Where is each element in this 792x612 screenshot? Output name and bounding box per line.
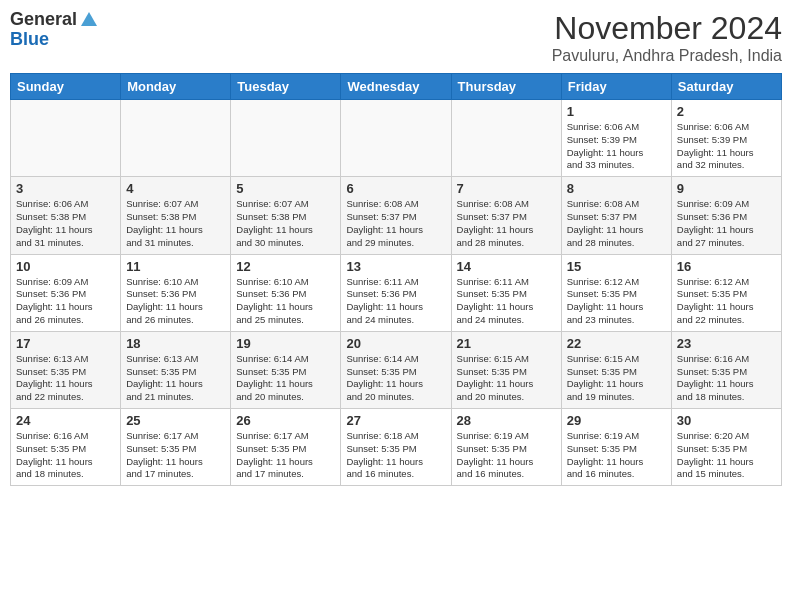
day-info: Sunrise: 6:06 AM Sunset: 5:39 PM Dayligh… <box>677 121 776 172</box>
day-number: 15 <box>567 259 666 274</box>
day-info: Sunrise: 6:13 AM Sunset: 5:35 PM Dayligh… <box>16 353 115 404</box>
calendar-cell <box>121 100 231 177</box>
day-number: 25 <box>126 413 225 428</box>
title-block: November 2024 Pavuluru, Andhra Pradesh, … <box>552 10 782 65</box>
calendar-week-row: 17Sunrise: 6:13 AM Sunset: 5:35 PM Dayli… <box>11 331 782 408</box>
calendar-title: November 2024 <box>552 10 782 47</box>
calendar-cell <box>231 100 341 177</box>
page-header: General Blue November 2024 Pavuluru, And… <box>10 10 782 65</box>
day-info: Sunrise: 6:10 AM Sunset: 5:36 PM Dayligh… <box>126 276 225 327</box>
day-number: 19 <box>236 336 335 351</box>
calendar-cell: 10Sunrise: 6:09 AM Sunset: 5:36 PM Dayli… <box>11 254 121 331</box>
day-info: Sunrise: 6:12 AM Sunset: 5:35 PM Dayligh… <box>677 276 776 327</box>
day-info: Sunrise: 6:11 AM Sunset: 5:36 PM Dayligh… <box>346 276 445 327</box>
day-number: 13 <box>346 259 445 274</box>
logo-text-general: General <box>10 10 77 30</box>
calendar-cell: 26Sunrise: 6:17 AM Sunset: 5:35 PM Dayli… <box>231 409 341 486</box>
calendar-cell: 29Sunrise: 6:19 AM Sunset: 5:35 PM Dayli… <box>561 409 671 486</box>
day-info: Sunrise: 6:10 AM Sunset: 5:36 PM Dayligh… <box>236 276 335 327</box>
calendar-cell: 9Sunrise: 6:09 AM Sunset: 5:36 PM Daylig… <box>671 177 781 254</box>
day-info: Sunrise: 6:06 AM Sunset: 5:39 PM Dayligh… <box>567 121 666 172</box>
day-number: 2 <box>677 104 776 119</box>
day-info: Sunrise: 6:06 AM Sunset: 5:38 PM Dayligh… <box>16 198 115 249</box>
day-number: 22 <box>567 336 666 351</box>
day-info: Sunrise: 6:14 AM Sunset: 5:35 PM Dayligh… <box>236 353 335 404</box>
day-number: 16 <box>677 259 776 274</box>
day-info: Sunrise: 6:18 AM Sunset: 5:35 PM Dayligh… <box>346 430 445 481</box>
day-number: 17 <box>16 336 115 351</box>
calendar-cell: 27Sunrise: 6:18 AM Sunset: 5:35 PM Dayli… <box>341 409 451 486</box>
calendar-week-row: 10Sunrise: 6:09 AM Sunset: 5:36 PM Dayli… <box>11 254 782 331</box>
calendar-cell: 22Sunrise: 6:15 AM Sunset: 5:35 PM Dayli… <box>561 331 671 408</box>
calendar-cell: 23Sunrise: 6:16 AM Sunset: 5:35 PM Dayli… <box>671 331 781 408</box>
column-header-monday: Monday <box>121 74 231 100</box>
calendar-cell <box>451 100 561 177</box>
calendar-week-row: 3Sunrise: 6:06 AM Sunset: 5:38 PM Daylig… <box>11 177 782 254</box>
calendar-cell <box>341 100 451 177</box>
logo: General Blue <box>10 10 99 50</box>
day-number: 7 <box>457 181 556 196</box>
column-header-thursday: Thursday <box>451 74 561 100</box>
calendar-week-row: 1Sunrise: 6:06 AM Sunset: 5:39 PM Daylig… <box>11 100 782 177</box>
calendar-cell: 13Sunrise: 6:11 AM Sunset: 5:36 PM Dayli… <box>341 254 451 331</box>
logo-icon <box>79 10 99 30</box>
column-header-saturday: Saturday <box>671 74 781 100</box>
calendar-cell: 19Sunrise: 6:14 AM Sunset: 5:35 PM Dayli… <box>231 331 341 408</box>
calendar-table: SundayMondayTuesdayWednesdayThursdayFrid… <box>10 73 782 486</box>
day-info: Sunrise: 6:07 AM Sunset: 5:38 PM Dayligh… <box>126 198 225 249</box>
calendar-cell: 18Sunrise: 6:13 AM Sunset: 5:35 PM Dayli… <box>121 331 231 408</box>
calendar-cell: 12Sunrise: 6:10 AM Sunset: 5:36 PM Dayli… <box>231 254 341 331</box>
day-number: 12 <box>236 259 335 274</box>
calendar-cell: 2Sunrise: 6:06 AM Sunset: 5:39 PM Daylig… <box>671 100 781 177</box>
day-info: Sunrise: 6:08 AM Sunset: 5:37 PM Dayligh… <box>346 198 445 249</box>
day-number: 24 <box>16 413 115 428</box>
calendar-cell: 30Sunrise: 6:20 AM Sunset: 5:35 PM Dayli… <box>671 409 781 486</box>
day-info: Sunrise: 6:08 AM Sunset: 5:37 PM Dayligh… <box>457 198 556 249</box>
calendar-cell: 1Sunrise: 6:06 AM Sunset: 5:39 PM Daylig… <box>561 100 671 177</box>
day-number: 5 <box>236 181 335 196</box>
day-number: 4 <box>126 181 225 196</box>
svg-marker-0 <box>81 12 97 26</box>
day-info: Sunrise: 6:09 AM Sunset: 5:36 PM Dayligh… <box>677 198 776 249</box>
day-info: Sunrise: 6:20 AM Sunset: 5:35 PM Dayligh… <box>677 430 776 481</box>
calendar-subtitle: Pavuluru, Andhra Pradesh, India <box>552 47 782 65</box>
calendar-cell: 17Sunrise: 6:13 AM Sunset: 5:35 PM Dayli… <box>11 331 121 408</box>
day-number: 26 <box>236 413 335 428</box>
day-number: 27 <box>346 413 445 428</box>
column-header-sunday: Sunday <box>11 74 121 100</box>
day-number: 30 <box>677 413 776 428</box>
logo-text-blue: Blue <box>10 30 49 50</box>
calendar-cell: 3Sunrise: 6:06 AM Sunset: 5:38 PM Daylig… <box>11 177 121 254</box>
day-info: Sunrise: 6:14 AM Sunset: 5:35 PM Dayligh… <box>346 353 445 404</box>
column-header-tuesday: Tuesday <box>231 74 341 100</box>
calendar-week-row: 24Sunrise: 6:16 AM Sunset: 5:35 PM Dayli… <box>11 409 782 486</box>
day-number: 1 <box>567 104 666 119</box>
day-number: 18 <box>126 336 225 351</box>
day-info: Sunrise: 6:16 AM Sunset: 5:35 PM Dayligh… <box>677 353 776 404</box>
calendar-cell <box>11 100 121 177</box>
day-number: 6 <box>346 181 445 196</box>
calendar-cell: 28Sunrise: 6:19 AM Sunset: 5:35 PM Dayli… <box>451 409 561 486</box>
day-info: Sunrise: 6:17 AM Sunset: 5:35 PM Dayligh… <box>126 430 225 481</box>
day-number: 28 <box>457 413 556 428</box>
column-header-friday: Friday <box>561 74 671 100</box>
day-number: 14 <box>457 259 556 274</box>
day-number: 3 <box>16 181 115 196</box>
day-info: Sunrise: 6:09 AM Sunset: 5:36 PM Dayligh… <box>16 276 115 327</box>
calendar-cell: 4Sunrise: 6:07 AM Sunset: 5:38 PM Daylig… <box>121 177 231 254</box>
day-info: Sunrise: 6:08 AM Sunset: 5:37 PM Dayligh… <box>567 198 666 249</box>
calendar-header-row: SundayMondayTuesdayWednesdayThursdayFrid… <box>11 74 782 100</box>
day-info: Sunrise: 6:19 AM Sunset: 5:35 PM Dayligh… <box>457 430 556 481</box>
day-number: 9 <box>677 181 776 196</box>
day-info: Sunrise: 6:17 AM Sunset: 5:35 PM Dayligh… <box>236 430 335 481</box>
day-number: 23 <box>677 336 776 351</box>
day-number: 10 <box>16 259 115 274</box>
day-number: 20 <box>346 336 445 351</box>
calendar-cell: 16Sunrise: 6:12 AM Sunset: 5:35 PM Dayli… <box>671 254 781 331</box>
calendar-cell: 11Sunrise: 6:10 AM Sunset: 5:36 PM Dayli… <box>121 254 231 331</box>
calendar-cell: 24Sunrise: 6:16 AM Sunset: 5:35 PM Dayli… <box>11 409 121 486</box>
day-info: Sunrise: 6:15 AM Sunset: 5:35 PM Dayligh… <box>567 353 666 404</box>
day-number: 11 <box>126 259 225 274</box>
calendar-cell: 7Sunrise: 6:08 AM Sunset: 5:37 PM Daylig… <box>451 177 561 254</box>
day-info: Sunrise: 6:15 AM Sunset: 5:35 PM Dayligh… <box>457 353 556 404</box>
